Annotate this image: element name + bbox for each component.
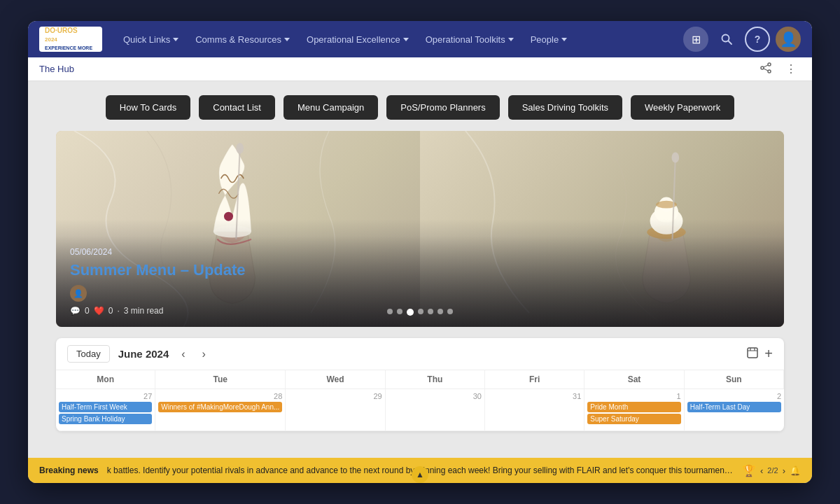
chevron-down-icon xyxy=(284,38,290,41)
svg-rect-18 xyxy=(748,348,757,358)
cal-cell-27[interactable]: 27 Half-Term First Week Spring Bank Holi… xyxy=(56,389,155,431)
event-spring-bank[interactable]: Spring Bank Holiday xyxy=(59,414,152,424)
scroll-up-button[interactable]: ▲ xyxy=(412,466,428,483)
svg-point-4 xyxy=(761,66,764,69)
breaking-news-bar: Breaking news k battles. Identify your p… xyxy=(28,458,812,483)
nav-icons: ⊞ ? 👤 xyxy=(683,27,801,52)
carousel-dot-4[interactable] xyxy=(418,309,424,314)
cal-cell-30[interactable]: 30 xyxy=(386,389,485,431)
chevron-down-icon xyxy=(403,38,409,41)
hero-card[interactable]: 05/06/2024 Summer Menu – Update 👤 💬 0 ❤️… xyxy=(56,131,784,327)
quick-links: How To Cards Contact List Menu Campaign … xyxy=(56,95,784,120)
add-event-button[interactable]: + xyxy=(764,346,773,362)
cal-header-thu: Thu xyxy=(386,370,485,389)
chevron-down-icon xyxy=(561,38,567,41)
search-button[interactable] xyxy=(714,27,739,52)
cal-cell-28[interactable]: 28 Winners of #MakingMoreDough Ann... xyxy=(155,389,286,431)
hero-date: 05/06/2024 xyxy=(70,247,770,257)
news-alarm-button[interactable]: 🔔 xyxy=(790,465,801,476)
quick-link-how-to-cards[interactable]: How To Cards xyxy=(106,95,190,120)
svg-line-5 xyxy=(764,65,768,67)
svg-point-2 xyxy=(768,63,771,66)
quick-link-contact-list[interactable]: Contact List xyxy=(199,95,275,120)
calendar-section: Today June 2024 ‹ › + xyxy=(56,338,784,431)
event-super-saturday[interactable]: Super Saturday xyxy=(587,414,680,424)
news-prev-button[interactable]: ‹ xyxy=(760,465,763,476)
svg-line-1 xyxy=(729,41,732,45)
more-options-icon[interactable]: ⋮ xyxy=(781,61,801,78)
trophy-icon: 🏆 xyxy=(742,464,756,477)
cal-header-tue: Tue xyxy=(155,370,286,389)
calendar-grid: Mon Tue Wed Thu Fri Sat Sun 27 Half-Term… xyxy=(56,370,784,431)
comment-icon: 💬 xyxy=(70,306,80,316)
event-half-term[interactable]: Half-Term First Week xyxy=(59,402,152,412)
cal-header-wed: Wed xyxy=(286,370,385,389)
cal-cell-31[interactable]: 31 xyxy=(485,389,584,431)
logo[interactable]: DO·UROS 2024 EXPERIENCE MORE xyxy=(39,27,102,52)
hero-title[interactable]: Summer Menu – Update xyxy=(70,261,770,279)
cal-header-fri: Fri xyxy=(485,370,584,389)
breadcrumb: The Hub xyxy=(39,64,74,74)
quick-link-sales-toolkits[interactable]: Sales Driving Toolkits xyxy=(508,95,622,120)
nav-item-ops-toolkits[interactable]: Operational Toolkits xyxy=(419,30,521,49)
user-avatar[interactable]: 👤 xyxy=(776,27,801,52)
nav-item-ops-excellence[interactable]: Operational Excellence xyxy=(300,30,416,49)
share-icon[interactable] xyxy=(756,61,776,78)
read-time: 3 min read xyxy=(124,306,164,316)
carousel-dot-7[interactable] xyxy=(447,309,453,314)
carousel-dot-5[interactable] xyxy=(428,309,433,314)
news-pagination: 2/2 xyxy=(767,466,778,475)
grid-button[interactable]: ⊞ xyxy=(683,27,708,52)
cal-header-mon: Mon xyxy=(56,370,155,389)
logo-text: DO·UROS 2024 EXPERIENCE MORE xyxy=(45,27,92,52)
quick-link-menu-campaign[interactable]: Menu Campaign xyxy=(284,95,378,120)
month-label: June 2024 xyxy=(118,348,169,360)
comment-count: 0 xyxy=(85,306,90,316)
sub-bar: The Hub ⋮ xyxy=(28,57,812,81)
help-button[interactable]: ? xyxy=(745,27,770,52)
calendar-header: Today June 2024 ‹ › + xyxy=(56,338,784,370)
cal-header-sun: Sun xyxy=(685,370,784,389)
nav-bar: DO·UROS 2024 EXPERIENCE MORE Quick Links… xyxy=(28,21,812,57)
svg-point-17 xyxy=(671,153,679,163)
next-month-button[interactable]: › xyxy=(198,346,210,362)
cal-cell-1[interactable]: 1 Pride Month Super Saturday xyxy=(584,389,684,431)
chevron-down-icon xyxy=(173,38,178,41)
carousel-dot-6[interactable] xyxy=(438,309,443,314)
carousel-dots xyxy=(387,309,453,316)
dot-separator: · xyxy=(117,306,119,316)
nav-item-comms[interactable]: Comms & Resources xyxy=(188,30,297,49)
cal-header-right: + xyxy=(746,346,773,362)
main-content: How To Cards Contact List Menu Campaign … xyxy=(28,81,812,458)
calendar-view-button[interactable] xyxy=(746,346,759,362)
quick-link-pos-promo[interactable]: PoS/Promo Planners xyxy=(386,95,499,120)
nav-items: Quick Links Comms & Resources Operationa… xyxy=(116,30,678,49)
nav-item-people[interactable]: People xyxy=(524,30,574,49)
cal-cell-2[interactable]: 2 Half-Term Last Day xyxy=(685,389,784,431)
prev-month-button[interactable]: ‹ xyxy=(177,346,189,362)
author-avatar: 👤 xyxy=(70,285,87,302)
nav-item-quick-links[interactable]: Quick Links xyxy=(116,30,186,49)
news-controls: 🏆 ‹ 2/2 › 🔔 xyxy=(742,464,801,477)
carousel-dot-1[interactable] xyxy=(387,309,393,314)
like-icon: ❤️ xyxy=(94,306,104,316)
event-winners[interactable]: Winners of #MakingMoreDough Ann... xyxy=(158,402,282,412)
today-button[interactable]: Today xyxy=(67,345,110,363)
cal-cell-29[interactable]: 29 xyxy=(286,389,385,431)
hero-author: 👤 xyxy=(70,285,770,302)
quick-link-weekly-paperwork[interactable]: Weekly Paperwork xyxy=(631,95,734,120)
breaking-label: Breaking news xyxy=(39,465,99,475)
sub-bar-actions: ⋮ xyxy=(756,61,801,78)
chevron-down-icon xyxy=(508,38,514,41)
like-count: 0 xyxy=(108,306,113,316)
carousel-dot-2[interactable] xyxy=(397,309,402,314)
event-pride[interactable]: Pride Month xyxy=(587,402,680,412)
svg-point-3 xyxy=(768,70,771,73)
carousel-dot-3[interactable] xyxy=(407,309,414,316)
event-half-term-last[interactable]: Half-Term Last Day xyxy=(687,402,781,412)
svg-line-6 xyxy=(764,69,768,71)
news-next-button[interactable]: › xyxy=(783,465,785,476)
cal-header-sat: Sat xyxy=(584,370,684,389)
svg-point-9 xyxy=(237,143,244,153)
